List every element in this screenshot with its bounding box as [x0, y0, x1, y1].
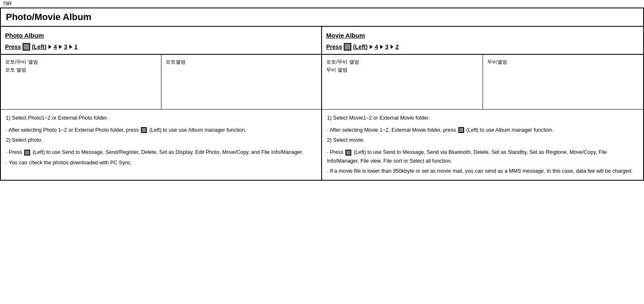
- right-inline-icon-1: [458, 127, 464, 133]
- left-button-icon: [23, 43, 30, 51]
- left-num-4: 4: [54, 43, 57, 50]
- left-press-left-label: (Left): [32, 43, 46, 50]
- right-menu-col1-line1: 포토/무비 앨범: [326, 58, 478, 66]
- right-desc-text-2b: (Left) to use Send to Message, Send via …: [327, 149, 607, 164]
- right-desc-line5: · If a movie file is lower than 950kbyte…: [327, 167, 638, 176]
- left-menu-col2-line1: 포토앨범: [166, 58, 317, 66]
- right-menu-table: 포토/무비 앨범 무비 앨범 무비앨범: [322, 54, 643, 110]
- left-desc-line3: 2) Select photo.: [6, 136, 316, 145]
- left-description: 1) Select Photo1~2 or External Photo fol…: [1, 110, 321, 171]
- left-menu-table: 포토/무비 앨범 포토 앨범 포토앨범: [1, 54, 321, 110]
- left-arrow-1: [49, 45, 51, 49]
- left-menu-col1: 포토/무비 앨범 포토 앨범: [1, 55, 161, 109]
- right-press-line: Press (Left) 4 3 2: [326, 43, 639, 51]
- right-panel: Movie Album Press (Left) 4 3 2 포토/무비 앨범 …: [322, 27, 643, 180]
- right-menu-col1: 포토/무비 앨범 무비 앨범: [322, 55, 483, 109]
- main-title-bar: Photo/Movie Album: [0, 8, 644, 27]
- right-arrow-1: [370, 45, 373, 49]
- left-desc-line4: · Press (Left) to use Send to Message, S…: [6, 148, 316, 157]
- right-button-icon: [344, 43, 351, 51]
- left-menu-col1-line1: 포토/무비 앨범: [5, 58, 157, 66]
- right-arrow-2: [380, 45, 383, 49]
- right-desc-line3: 2) Select movie.: [327, 136, 638, 145]
- left-num-1: 1: [74, 43, 78, 50]
- left-inline-icon-2: [24, 150, 30, 156]
- right-num-4: 4: [375, 43, 378, 50]
- left-desc-line5: · You can check the photos downloaded wi…: [6, 158, 316, 167]
- right-desc-line1: 1) Select Movie1~2 or External Movie fol…: [327, 114, 638, 123]
- right-arrow-3: [391, 45, 394, 49]
- right-section-header: Movie Album Press (Left) 4 3 2: [322, 27, 643, 54]
- right-section-title: Movie Album: [326, 32, 639, 39]
- left-press-line: Press (Left) 4 3 1: [5, 43, 317, 51]
- left-section-title: Photo Album: [5, 32, 317, 39]
- left-desc-text-1: · After selecting Photo 1~2 or External …: [6, 127, 139, 133]
- left-num-3: 3: [64, 43, 67, 50]
- left-menu-col1-line2: 포토 앨범: [5, 66, 157, 74]
- left-desc-line2: · After selecting Photo 1~2 or External …: [6, 126, 316, 135]
- left-panel: Photo Album Press (Left) 4 3 1 포토/무비 앨범 …: [1, 27, 322, 180]
- right-num-3: 3: [385, 43, 388, 50]
- left-desc-text-2: · Press: [6, 149, 22, 155]
- content-area: Photo Album Press (Left) 4 3 1 포토/무비 앨범 …: [0, 27, 644, 181]
- right-desc-line4: · Press (Left) to use Send to Message, S…: [327, 148, 638, 165]
- right-inline-icon-2: [345, 150, 351, 156]
- right-menu-col2-line1: 무비앨범: [487, 58, 639, 66]
- right-desc-line2: · After selecting Movie 1~2, External Mo…: [327, 126, 638, 135]
- left-press-label: Press: [5, 43, 21, 50]
- right-desc-text-2: · Press: [327, 149, 343, 155]
- right-desc-text-1: · After selecting Movie 1~2, External Mo…: [327, 127, 456, 133]
- left-arrow-3: [69, 45, 72, 49]
- left-inline-icon-1: [141, 127, 147, 133]
- right-desc-text-1b: (Left) to use Album manager function.: [466, 127, 553, 133]
- right-menu-col1-line2: 무비 앨범: [326, 66, 478, 74]
- left-section-header: Photo Album Press (Left) 4 3 1: [1, 27, 321, 54]
- left-desc-text-2b: (Left) to use Send to Message, Send/Regi…: [33, 149, 303, 155]
- left-desc-line1: 1) Select Photo1~2 or External Photo fol…: [6, 114, 316, 123]
- right-press-left-label: (Left): [353, 43, 368, 50]
- left-desc-text-1b: (Left) to use use Album manager function…: [149, 127, 246, 133]
- left-menu-col2: 포토앨범: [161, 55, 322, 109]
- right-menu-col2: 무비앨범: [483, 55, 644, 109]
- right-description: 1) Select Movie1~2 or External Movie fol…: [322, 110, 643, 180]
- right-num-2: 2: [396, 43, 399, 50]
- page-number: 79R: [0, 0, 644, 8]
- left-arrow-2: [59, 45, 62, 49]
- right-press-label: Press: [326, 43, 342, 50]
